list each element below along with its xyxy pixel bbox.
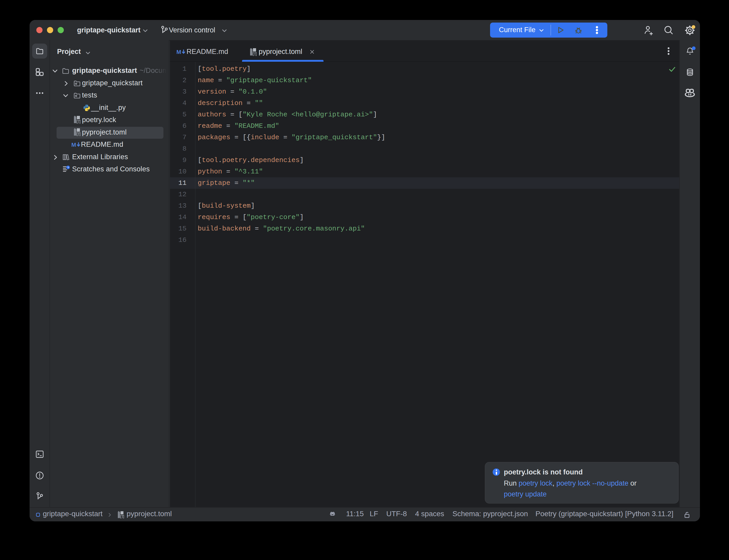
svg-text:M: M (71, 142, 76, 148)
svg-text:M: M (176, 49, 181, 55)
